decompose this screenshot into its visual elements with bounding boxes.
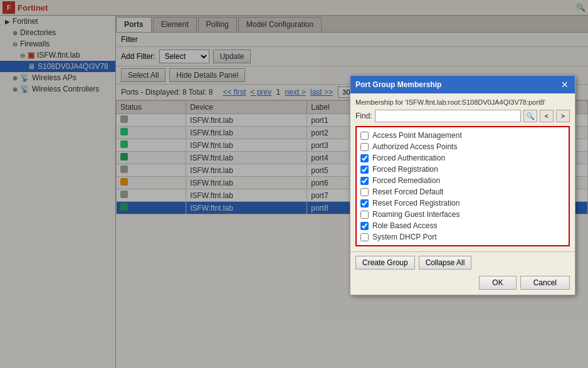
modal-title: Port Group Membership bbox=[355, 80, 441, 89]
find-search-button[interactable]: 🔍 bbox=[523, 110, 537, 122]
checkbox-item-rfd[interactable]: Reset Forced Default bbox=[359, 186, 566, 197]
cancel-button[interactable]: Cancel bbox=[520, 276, 570, 290]
checkbox-item-frem[interactable]: Forced Remediation bbox=[359, 175, 566, 186]
checkbox-item-fa[interactable]: Forced Authentication bbox=[359, 152, 566, 164]
modal-footer-btns: Create Group Collapse All bbox=[350, 251, 575, 273]
modal-header: Port Group Membership ✕ bbox=[350, 76, 575, 93]
checkbox-list: Access Point ManagementAuthorized Access… bbox=[355, 126, 570, 246]
checkbox-item-rfr[interactable]: Reset Forced Registration bbox=[359, 197, 566, 209]
checkbox-apm[interactable] bbox=[360, 132, 369, 140]
collapse-all-button[interactable]: Collapse All bbox=[419, 256, 472, 270]
checkbox-label-sdhcp: System DHCP Port bbox=[372, 233, 436, 241]
checkbox-item-rba[interactable]: Role Based Access bbox=[359, 220, 566, 231]
checkbox-rgi[interactable] bbox=[360, 211, 369, 219]
checkbox-item-apm[interactable]: Access Point Management bbox=[359, 130, 566, 141]
modal-close-button[interactable]: ✕ bbox=[560, 80, 570, 90]
checkbox-label-rgi: Roaming Guest Interfaces bbox=[372, 210, 459, 219]
checkbox-fr[interactable] bbox=[360, 166, 369, 174]
modal-footer-ok: OK Cancel bbox=[350, 273, 575, 295]
checkbox-label-rba: Role Based Access bbox=[372, 221, 437, 230]
modal-overlay: Port Group Membership ✕ Membership for '… bbox=[0, 0, 588, 368]
find-prev-button[interactable]: < bbox=[540, 110, 554, 122]
checkbox-label-fr: Forced Registration bbox=[372, 165, 438, 174]
modal-body: Membership for 'ISFW.ftnt.lab:root:S108D… bbox=[350, 93, 575, 251]
find-next-button[interactable]: > bbox=[556, 110, 570, 122]
find-input[interactable] bbox=[375, 110, 521, 122]
checkbox-item-aap[interactable]: Authorized Access Points bbox=[359, 141, 566, 152]
checkbox-rfr[interactable] bbox=[360, 199, 369, 208]
membership-label: Membership for 'ISFW.ftnt.lab:root:S108D… bbox=[355, 98, 570, 106]
checkbox-item-sdhcp[interactable]: System DHCP Port bbox=[359, 231, 566, 243]
create-group-button[interactable]: Create Group bbox=[355, 256, 415, 270]
checkbox-item-fr[interactable]: Forced Registration bbox=[359, 164, 566, 175]
find-row: Find: 🔍 < > bbox=[355, 110, 570, 122]
checkbox-rfd[interactable] bbox=[360, 188, 369, 196]
checkbox-label-rfd: Reset Forced Default bbox=[372, 187, 443, 196]
checkbox-rba[interactable] bbox=[360, 222, 369, 230]
checkbox-sdhcp[interactable] bbox=[360, 233, 369, 241]
checkbox-label-frem: Forced Remediation bbox=[372, 176, 440, 185]
checkbox-label-apm: Access Point Management bbox=[372, 131, 462, 140]
checkbox-aap[interactable] bbox=[360, 143, 369, 151]
checkbox-label-aap: Authorized Access Points bbox=[372, 142, 457, 151]
ok-button[interactable]: OK bbox=[479, 276, 516, 290]
checkbox-item-rgi[interactable]: Roaming Guest Interfaces bbox=[359, 209, 566, 220]
checkbox-label-fa: Forced Authentication bbox=[372, 154, 445, 162]
checkbox-frem[interactable] bbox=[360, 177, 369, 185]
checkbox-fa[interactable] bbox=[360, 154, 369, 162]
checkbox-label-rfr: Reset Forced Registration bbox=[372, 199, 459, 208]
find-label: Find: bbox=[355, 112, 372, 120]
port-group-membership-modal: Port Group Membership ✕ Membership for '… bbox=[350, 75, 575, 295]
